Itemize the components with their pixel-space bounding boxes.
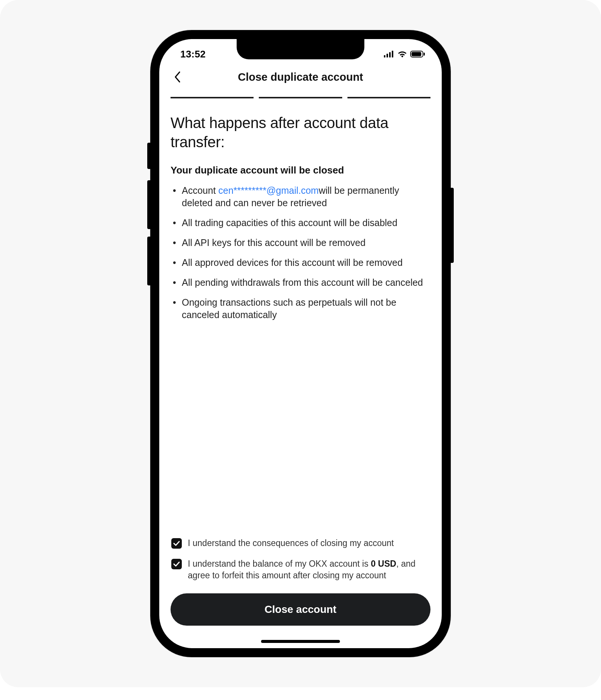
status-time: 13:52 bbox=[180, 48, 206, 60]
checkbox-label: I understand the consequences of closing… bbox=[188, 537, 394, 549]
nav-header: Close duplicate account bbox=[159, 64, 442, 90]
main-content: What happens after account data transfer… bbox=[159, 98, 442, 590]
svg-rect-0 bbox=[384, 55, 385, 57]
chevron-left-icon bbox=[174, 71, 181, 83]
balance-amount: 0 USD bbox=[371, 559, 396, 569]
checkbox-row-balance[interactable]: I understand the balance of my OKX accou… bbox=[171, 558, 430, 581]
section-subheading: Your duplicate account will be closed bbox=[171, 164, 430, 176]
svg-rect-6 bbox=[424, 53, 425, 56]
svg-rect-2 bbox=[389, 52, 391, 57]
page-title: Close duplicate account bbox=[238, 71, 363, 83]
progress-indicator bbox=[159, 90, 442, 98]
account-email: cen*********@gmail.com bbox=[218, 185, 319, 196]
list-item: All trading capacities of this account w… bbox=[171, 217, 430, 229]
checkbox-checked[interactable] bbox=[171, 559, 182, 569]
section-heading: What happens after account data transfer… bbox=[171, 113, 430, 152]
confirmation-checkboxes: I understand the consequences of closing… bbox=[171, 537, 430, 590]
checkbox-checked[interactable] bbox=[171, 538, 182, 549]
svg-rect-3 bbox=[392, 51, 393, 57]
list-item: All API keys for this account will be re… bbox=[171, 237, 430, 249]
check-icon bbox=[173, 561, 180, 567]
list-item: All pending withdrawals from this accoun… bbox=[171, 276, 430, 289]
checkbox-row-consequences[interactable]: I understand the consequences of closing… bbox=[171, 537, 430, 549]
consequence-list: Account cen*********@gmail.comwill be pe… bbox=[171, 184, 430, 329]
cellular-signal-icon bbox=[384, 51, 394, 57]
back-button[interactable] bbox=[170, 69, 185, 84]
list-item: Account cen*********@gmail.comwill be pe… bbox=[171, 184, 430, 209]
check-icon bbox=[173, 541, 180, 546]
svg-rect-5 bbox=[412, 52, 421, 56]
bullet-text-prefix: Account bbox=[182, 185, 218, 196]
phone-screen: 13:52 Close duplic bbox=[159, 39, 442, 648]
list-item: Ongoing transactions such as perpetuals … bbox=[171, 296, 430, 321]
checkbox-label: I understand the balance of my OKX accou… bbox=[188, 558, 430, 581]
home-indicator bbox=[261, 640, 340, 643]
checkbox-label-prefix: I understand the balance of my OKX accou… bbox=[188, 559, 371, 569]
cta-container: Close account bbox=[159, 590, 442, 648]
list-item: All approved devices for this account wi… bbox=[171, 256, 430, 269]
close-account-button[interactable]: Close account bbox=[171, 593, 430, 626]
svg-rect-1 bbox=[387, 54, 388, 57]
phone-frame: 13:52 Close duplic bbox=[150, 30, 451, 657]
wifi-icon bbox=[397, 51, 407, 57]
battery-icon bbox=[410, 51, 425, 57]
notch bbox=[237, 39, 364, 59]
